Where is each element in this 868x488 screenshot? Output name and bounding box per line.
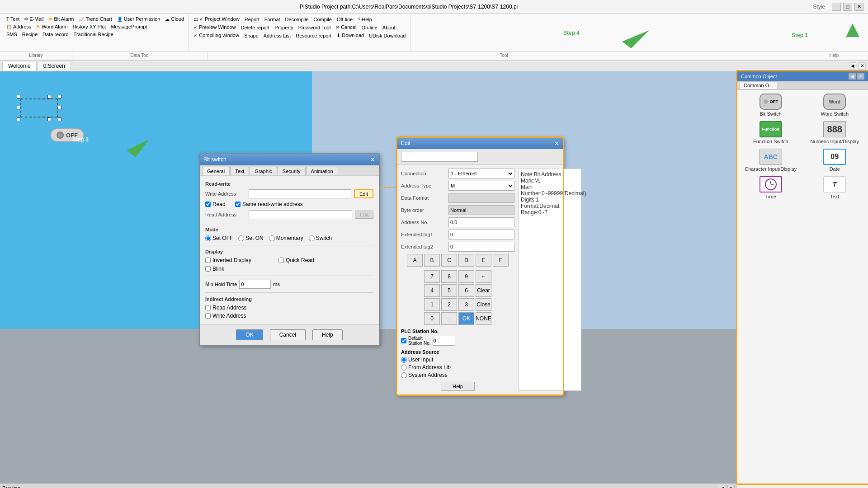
edit-readaddress-btn[interactable]: Edit [355, 211, 373, 219]
sameaddress-checkbox-label[interactable]: Same read-write address [235, 201, 303, 207]
ribbon-format-btn[interactable]: Format [262, 15, 283, 23]
sameaddress-checkbox[interactable] [235, 202, 241, 207]
key-0[interactable]: 0 [424, 312, 440, 325]
system-address-radio[interactable] [401, 372, 407, 378]
plc-station-input[interactable] [433, 336, 455, 346]
key-6[interactable]: 6 [458, 284, 474, 297]
panel-item-character[interactable]: ABC Character Input/Display [741, 149, 801, 172]
key-c[interactable]: C [441, 254, 457, 267]
ribbon-msgprompt-btn[interactable]: MessagePrompt [108, 23, 149, 30]
ribbon-tradrecipe-btn[interactable]: Traditional Recipe [71, 31, 116, 38]
right-panel-tab-active[interactable]: Common O... [740, 81, 777, 89]
key-7[interactable]: 7 [424, 270, 440, 283]
ribbon-deletereport-btn[interactable]: Delete report [239, 23, 272, 31]
indirect-readaddress-checkbox[interactable] [205, 305, 211, 310]
edit-dialog-close-btn[interactable]: ✕ [554, 140, 559, 147]
key-e[interactable]: E [476, 254, 491, 267]
mode-momentary[interactable]: Momentary [269, 235, 303, 241]
bottom-item-buttonswitch[interactable]: Button/Switch [741, 486, 864, 488]
key-1[interactable]: 1 [424, 298, 440, 311]
ribbon-userperm-btn[interactable]: 👤 User Permission [115, 15, 163, 23]
ribbon-text-btn[interactable]: T Text [4, 15, 22, 23]
quickread-label[interactable]: Quick Read [278, 257, 314, 263]
from-addr-lib-label[interactable]: From Address Lib [401, 364, 514, 371]
ribbon-shape-btn[interactable]: Shape [242, 32, 261, 39]
ribbon-passwordtool-btn[interactable]: Password Tool [296, 23, 333, 31]
ribbon-bitalarm-btn[interactable]: ⚑ Bit Alarm [46, 15, 76, 23]
extendedtag1-input[interactable] [448, 230, 514, 239]
key-4[interactable]: 4 [424, 284, 440, 297]
dialog-tab-general[interactable]: General [202, 167, 230, 175]
ribbon-recipe-btn[interactable]: Recipe [20, 31, 40, 38]
dialog-help-btn[interactable]: Help [312, 329, 343, 340]
user-input-radio[interactable] [401, 357, 407, 363]
mode-seton[interactable]: Set ON [238, 235, 263, 241]
default-station-label[interactable]: DefaultStation No. [401, 336, 430, 346]
right-panel-close-btn[interactable]: ✕ [857, 73, 864, 80]
ribbon-about-btn[interactable]: About [380, 23, 398, 31]
ribbon-compile-btn[interactable]: Compile [311, 15, 334, 23]
key-9[interactable]: 9 [458, 270, 474, 283]
key-ok[interactable]: OK [458, 312, 474, 325]
tab-welcome[interactable]: Welcome [2, 61, 37, 71]
key-close[interactable]: Close [476, 298, 491, 311]
edit-dialog[interactable]: Edit ✕ Connection 1 - Ethernet Address T… [396, 137, 564, 395]
preview-close-btn[interactable]: ✕ [727, 485, 735, 488]
ribbon-previewwindow-btn[interactable]: ✓ Preview Window [191, 23, 238, 31]
addresstype-select[interactable]: M [448, 181, 514, 191]
key-clear[interactable]: Clear [476, 284, 491, 297]
ribbon-histxy-btn[interactable]: History XY Plot [71, 23, 108, 30]
ribbon-download-btn[interactable]: ⬇ Download [334, 32, 366, 39]
read-checkbox-label[interactable]: Read [205, 201, 226, 207]
key-5[interactable]: 5 [441, 284, 457, 297]
dataformat-input[interactable] [448, 193, 514, 203]
quickread-checkbox[interactable] [278, 258, 284, 263]
ribbon-projwindow-btn[interactable]: 🗂 ✓ Project Window [191, 15, 241, 23]
addressno-input[interactable] [448, 217, 514, 227]
key-backspace[interactable]: ← [476, 270, 491, 283]
mode-switch[interactable]: Switch [309, 235, 332, 241]
key-2[interactable]: 2 [441, 298, 457, 311]
writeaddress-input[interactable] [249, 189, 351, 198]
panel-item-text[interactable]: T Text [805, 176, 865, 199]
dialog-tab-security[interactable]: Security [278, 167, 306, 175]
key-3[interactable]: 3 [458, 298, 474, 311]
indirect-readaddress-label[interactable]: Read Address [205, 305, 373, 311]
key-none[interactable]: NONE [476, 312, 491, 325]
system-address-label[interactable]: System Address [401, 372, 514, 378]
key-b[interactable]: B [424, 254, 440, 267]
dialog-tab-text[interactable]: Text [230, 167, 249, 175]
readaddress-input[interactable] [249, 210, 352, 219]
dialog-tab-animation[interactable]: Animation [306, 167, 338, 175]
blink-label[interactable]: Blink [205, 266, 373, 272]
ribbon-trendchart-btn[interactable]: 📈 Trend Chart [76, 15, 114, 23]
ribbon-report-btn[interactable]: Report [242, 15, 262, 23]
ribbon-compilingwindow-btn[interactable]: ✓ Compiling window [191, 32, 241, 39]
ribbon-decompile-btn[interactable]: Decompile [283, 15, 311, 23]
inverted-display-label[interactable]: Inverted Display [205, 257, 251, 263]
user-input-label[interactable]: User Input [401, 357, 514, 363]
dialog-tab-graphic[interactable]: Graphic [250, 167, 277, 175]
key-d[interactable]: D [458, 254, 474, 267]
panel-item-numeric[interactable]: 888 Numeric Input/Display [805, 121, 865, 144]
connection-select[interactable]: 1 - Ethernet [448, 169, 514, 178]
ribbon-wordalarm-btn[interactable]: ⚑ Word Alarm [34, 23, 70, 30]
key-8[interactable]: 8 [441, 270, 457, 283]
indirect-writeaddress-label[interactable]: Write Address [205, 313, 373, 319]
minholdtime-input[interactable] [239, 280, 271, 289]
indirect-writeaddress-checkbox[interactable] [205, 313, 211, 319]
default-station-checkbox[interactable] [401, 338, 406, 343]
panel-item-wordswitch[interactable]: Word Word Switch [805, 94, 865, 117]
edit-top-input[interactable] [401, 152, 478, 162]
ribbon-addresslist-btn[interactable]: Address List [261, 32, 293, 39]
panels-close-btn[interactable]: ✕ [859, 62, 866, 70]
byteorder-input[interactable] [448, 205, 514, 215]
ribbon-help-btn[interactable]: ? Help [355, 15, 374, 23]
from-addr-lib-radio[interactable] [401, 365, 407, 371]
ribbon-property-btn[interactable]: Property [272, 23, 296, 31]
bit-switch-dialog[interactable]: Bit switch ✕ General Text Graphic Securi… [199, 153, 380, 346]
minimize-button[interactable]: ─ [832, 3, 841, 11]
dialog-cancel-btn[interactable]: Cancel [270, 329, 306, 340]
ribbon-udiskdownload-btn[interactable]: UDisk Download [367, 32, 408, 39]
ribbon-sms-btn[interactable]: SMS [4, 31, 19, 38]
